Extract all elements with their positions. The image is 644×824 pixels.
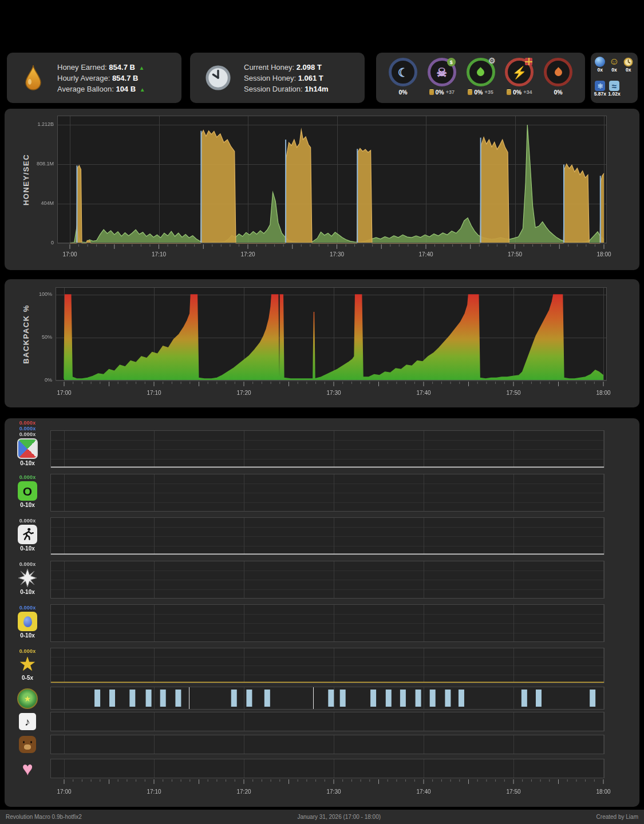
haste-runner-icon (18, 525, 37, 544)
timeline-chart (5, 418, 639, 807)
timeline-row-field-boost-label: 0.000x 0.000x 0.000x 0-10x (5, 420, 50, 466)
multipliers-panel: 0x ☺ 0x 0x ❄ 5.87x ≈ 1.02x (591, 53, 638, 103)
timeline-row-star-label: 0.000x ★ 0-5x (5, 648, 50, 681)
average-balloon-line: Average Balloon: 104 B ▲ (57, 85, 145, 93)
gear-icon: ⚙ (488, 56, 496, 65)
droplet-icon (475, 67, 485, 77)
timeline-row-music-label: ♪ (5, 713, 50, 730)
clover-badge-icon: ★ (17, 688, 38, 709)
app-version: Revolution Macro 0.9b-hotfix2 (6, 814, 82, 820)
timeline-panel: 0.000x 0.000x 0.000x 0-10x 0.000x O 0-10… (5, 418, 639, 807)
current-honey-line: Current Honey: 2.098 T (244, 63, 328, 72)
buff-flame: 0% (540, 58, 576, 96)
buff-droplet: ⚙ 0% +35 (463, 58, 499, 96)
honey-jar-icon (507, 89, 511, 95)
bear-icon (19, 736, 36, 753)
music-note-icon: ♪ (19, 713, 36, 730)
bolt-icon: ⚡ (512, 66, 527, 78)
heart-icon: ♥ (22, 759, 33, 778)
wave-icon: ≈ (609, 81, 619, 91)
timeline-row-oil-label: 0.000x O 0-10x (5, 474, 50, 508)
smiley-icon: ☺ (609, 57, 619, 67)
backpack-chart (5, 279, 639, 407)
buff-bolt: ⚡ 0% +34 (501, 58, 537, 96)
snowflake-icon: ❄ (595, 81, 605, 91)
honey-drop-icon (22, 64, 45, 92)
timeline-row-burst-label: 0.000x 0-10x (5, 561, 50, 595)
balloon-icon (18, 612, 37, 631)
clock-icon (205, 65, 231, 91)
gift-icon (525, 58, 532, 65)
session-honey-line: Session Honey: 1.061 T (244, 74, 328, 82)
timeline-row-haste-label: 0.000x 0-10x (5, 518, 50, 552)
credits: Created by Liam (596, 814, 638, 820)
honey-per-sec-chart (5, 109, 639, 270)
honey-earned-line: Honey Earned: 854.7 B ▲ (57, 63, 145, 72)
multi-planet: 0x (593, 57, 607, 79)
planet-icon (595, 57, 605, 67)
multi-smiley: ☺ 0x (607, 57, 622, 79)
buff-ghost: $ ☠ 0% +37 (424, 58, 460, 96)
multi-clock: 0x (621, 57, 635, 79)
moon-icon: ☾ (398, 66, 409, 78)
ghost-icon: ☠ (436, 66, 447, 78)
trend-up-icon: ▲ (139, 65, 145, 71)
session-stats-panel: Current Honey: 2.098 T Session Honey: 1.… (190, 53, 365, 103)
flame-icon (553, 67, 563, 77)
status-bar: Revolution Macro 0.9b-hotfix2 January 31… (0, 810, 644, 824)
trend-up-icon: ▲ (140, 86, 145, 93)
session-duration-line: Session Duration: 1h14m (244, 85, 328, 93)
multi-wave: ≈ 1.02x (607, 81, 622, 103)
timeline-row-heart-label: ♥ (5, 759, 50, 778)
honey-jar-icon (468, 89, 472, 95)
multi-snowflake: ❄ 5.87x (593, 81, 607, 103)
pinwheel-icon (17, 438, 38, 459)
buffs-panel: ☾ 0% $ ☠ 0% +37 ⚙ 0% +35 ⚡ 0% +34 (376, 53, 585, 103)
backpack-panel: BACKPACK % (5, 279, 639, 407)
buff-moon: ☾ 0% (385, 58, 421, 96)
session-date-range: January 31, 2026 (17:00 - 18:00) (297, 814, 381, 820)
timeline-row-events-label: ★ (5, 688, 50, 709)
honey-per-sec-panel: HONEY/SEC (5, 109, 639, 270)
timeline-row-bear-label (5, 736, 50, 753)
oil-icon: O (18, 481, 37, 501)
hourly-average-line: Hourly Average: 854.7 B (57, 74, 145, 82)
star-icon: ★ (19, 654, 36, 674)
money-bag-icon: $ (447, 58, 456, 66)
honey-jar-icon (429, 89, 434, 95)
honey-stats-panel: Honey Earned: 854.7 B ▲ Hourly Average: … (7, 53, 181, 103)
timeline-row-balloon-label: 0.000x 0-10x (5, 605, 50, 639)
mini-clock-icon (623, 57, 634, 67)
burst-icon (18, 568, 37, 588)
